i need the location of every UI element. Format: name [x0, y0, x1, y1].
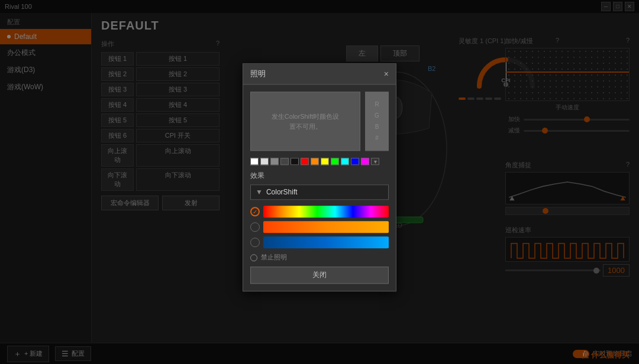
dropdown-arrow: ▼ [256, 188, 263, 196]
strip-check-1[interactable] [250, 207, 260, 216]
channel-r: R [375, 101, 379, 108]
color-preview-small: R G B # [365, 92, 389, 151]
swatch-white[interactable] [250, 158, 259, 165]
swatch-blue[interactable] [351, 158, 359, 165]
dialog-close-icon[interactable]: × [384, 69, 389, 79]
strip-row-3 [250, 236, 389, 248]
swatch-red[interactable] [301, 158, 309, 165]
channel-hash: # [375, 135, 379, 141]
strip-orange[interactable] [263, 221, 389, 233]
dialog-close-btn[interactable]: 关闭 [250, 266, 389, 284]
swatch-gray[interactable] [270, 158, 279, 165]
dialog-body: 发生ColorShift时颜色设置不可用。 R G B # [243, 84, 396, 291]
swatch-black[interactable] [291, 158, 299, 165]
swatch-dgray[interactable] [280, 158, 289, 165]
swatch-green[interactable] [331, 158, 339, 165]
lighting-dialog: 照明 × 发生ColorShift时颜色设置不可用。 R G B # [243, 63, 396, 291]
strip-row-2 [250, 221, 389, 233]
strip-blue[interactable] [263, 236, 389, 248]
effect-selected: ColorShift [266, 188, 298, 196]
swatch-lgray[interactable] [260, 158, 269, 165]
swatch-magenta[interactable] [361, 158, 369, 165]
swatch-add-btn[interactable]: ▾ [371, 158, 379, 165]
channel-g: G [375, 112, 379, 119]
swatch-cyan[interactable] [341, 158, 349, 165]
swatch-orange[interactable] [311, 158, 319, 165]
color-preview-area: 发生ColorShift时颜色设置不可用。 R G B # [250, 92, 389, 151]
swatch-yellow[interactable] [321, 158, 329, 165]
channel-labels: R G B # [375, 101, 379, 141]
dialog-title: 照明 [250, 69, 266, 79]
color-preview-large: 发生ColorShift时颜色设置不可用。 [250, 92, 360, 151]
effects-label: 效果 [250, 171, 389, 181]
channel-b: B [375, 124, 379, 130]
color-message: 发生ColorShift时颜色设置不可用。 [270, 112, 341, 131]
strip-row-1 [250, 206, 389, 217]
disable-lighting-radio[interactable] [250, 254, 257, 261]
disable-lighting-row: 禁止照明 [250, 253, 389, 262]
strip-rainbow[interactable] [263, 206, 389, 217]
disable-lighting-label: 禁止照明 [261, 253, 287, 262]
effect-dropdown[interactable]: ▼ ColorShift [250, 184, 389, 200]
strip-radio-3[interactable] [250, 238, 260, 247]
color-swatches: ▾ [250, 158, 389, 165]
dialog-title-bar: 照明 × [243, 64, 396, 84]
strip-radio-2[interactable] [250, 222, 260, 232]
